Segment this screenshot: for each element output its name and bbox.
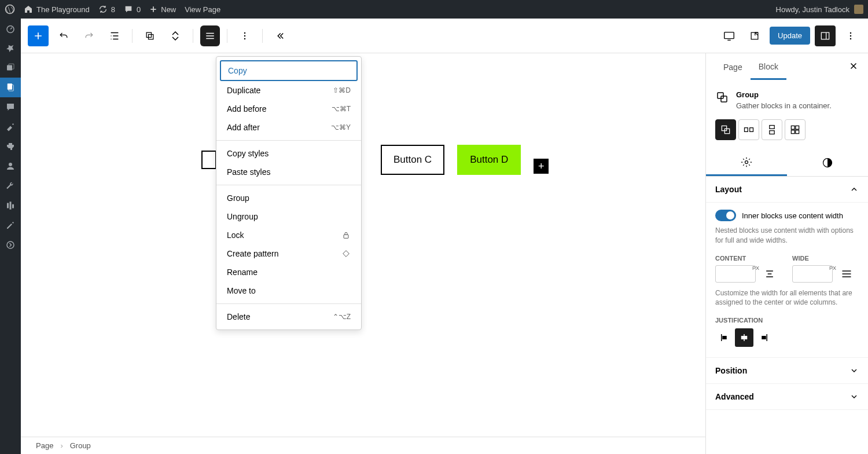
- add-block-button[interactable]: [28, 25, 49, 46]
- wide-align-icon[interactable]: [841, 268, 852, 280]
- svg-rect-38: [742, 336, 747, 339]
- menu-copy[interactable]: Copy: [220, 60, 358, 81]
- users-icon[interactable]: [0, 156, 21, 176]
- content-align-icon[interactable]: [764, 268, 775, 280]
- menu-add-before[interactable]: Add before⌥⌘T: [220, 100, 358, 118]
- undo-button[interactable]: [53, 25, 74, 46]
- more-options-button[interactable]: [840, 25, 861, 46]
- menu-lock[interactable]: Lock: [220, 226, 358, 244]
- howdy-text: Howdy, Justin Tadlock: [776, 5, 849, 14]
- comments-icon[interactable]: [0, 97, 21, 117]
- tab-block[interactable]: Block: [751, 55, 786, 80]
- plugins-icon[interactable]: [0, 137, 21, 156]
- updates-link[interactable]: 8: [98, 5, 115, 14]
- admin-sidebar: [0, 19, 21, 454]
- svg-point-6: [9, 163, 12, 166]
- menu-copy-styles[interactable]: Copy styles: [220, 144, 358, 163]
- sidebar-toggle-button[interactable]: [815, 25, 836, 46]
- svg-rect-26: [724, 129, 729, 133]
- wp-logo[interactable]: [5, 4, 15, 14]
- justify-right[interactable]: [755, 328, 773, 347]
- close-sidebar-button[interactable]: [848, 61, 859, 74]
- menu-group[interactable]: Group: [220, 189, 358, 207]
- tools-icon[interactable]: [0, 176, 21, 196]
- menu-create-pattern[interactable]: Create pattern: [220, 244, 358, 263]
- svg-rect-11: [146, 32, 151, 37]
- pin-icon[interactable]: [0, 38, 21, 58]
- svg-rect-32: [796, 126, 799, 129]
- breadcrumb: Page › Group: [21, 437, 705, 454]
- move-button[interactable]: [165, 25, 186, 46]
- svg-rect-8: [10, 202, 12, 210]
- position-panel-header[interactable]: Position: [706, 358, 868, 384]
- button-d[interactable]: Button D: [457, 145, 521, 175]
- layout-panel-header[interactable]: Layout: [706, 177, 868, 203]
- site-title: The Playground: [36, 5, 90, 14]
- redo-button[interactable]: [79, 25, 100, 46]
- chevron-right-icon: ›: [60, 441, 62, 450]
- menu-rename[interactable]: Rename: [220, 263, 358, 281]
- button-b-partial[interactable]: [201, 151, 216, 169]
- settings-subtab[interactable]: [706, 149, 787, 176]
- preview-button[interactable]: [744, 25, 765, 46]
- menu-move-to[interactable]: Move to: [220, 281, 358, 300]
- align-button[interactable]: [200, 25, 220, 46]
- svg-rect-31: [791, 126, 795, 129]
- user-menu[interactable]: Howdy, Justin Tadlock: [776, 5, 863, 14]
- block-context-menu: Copy Duplicate⇧⌘D Add before⌥⌘T Add afte…: [216, 56, 362, 330]
- svg-rect-28: [750, 128, 753, 132]
- menu-add-after[interactable]: Add after⌥⌘Y: [220, 118, 358, 137]
- wide-width-input[interactable]: [792, 265, 833, 283]
- new-label: New: [161, 5, 176, 14]
- dashboard-icon[interactable]: [0, 19, 21, 38]
- copy-button[interactable]: [139, 25, 160, 46]
- collapse-toolbar-button[interactable]: [270, 25, 290, 46]
- menu-duplicate[interactable]: Duplicate⇧⌘D: [220, 81, 358, 100]
- svg-point-13: [244, 32, 246, 34]
- content-width-toggle[interactable]: [715, 210, 736, 221]
- breadcrumb-page[interactable]: Page: [36, 441, 53, 450]
- variant-grid[interactable]: [785, 119, 806, 140]
- breadcrumb-group[interactable]: Group: [70, 441, 91, 450]
- svg-rect-25: [722, 126, 726, 130]
- editor-canvas[interactable]: Button C Button D +: [21, 53, 705, 437]
- button-c[interactable]: Button C: [381, 145, 444, 175]
- lock-icon: [341, 230, 351, 240]
- options-button[interactable]: [234, 25, 255, 46]
- device-preview-button[interactable]: [719, 25, 740, 46]
- variant-group[interactable]: [715, 119, 736, 140]
- advanced-panel-header[interactable]: Advanced: [706, 384, 868, 410]
- svg-rect-24: [721, 96, 727, 102]
- inline-add-button[interactable]: +: [534, 159, 549, 174]
- menu-ungroup[interactable]: Ungroup: [220, 207, 358, 226]
- styles-subtab[interactable]: [787, 149, 868, 176]
- toggle-label: Inner blocks use content width: [742, 211, 843, 220]
- list-view-button[interactable]: [104, 25, 125, 46]
- block-description: Gather blocks in a container.: [736, 101, 832, 110]
- view-page-label: View Page: [185, 5, 220, 14]
- svg-point-35: [745, 160, 748, 163]
- pages-icon[interactable]: [0, 78, 21, 97]
- appearance-icon[interactable]: [0, 117, 21, 137]
- svg-point-20: [850, 35, 852, 36]
- variant-row[interactable]: [738, 119, 759, 140]
- media-icon[interactable]: [0, 58, 21, 78]
- comments-link[interactable]: 0: [124, 5, 141, 14]
- svg-rect-12: [149, 34, 153, 39]
- justify-center[interactable]: [735, 328, 753, 347]
- edit-icon[interactable]: [0, 215, 21, 235]
- new-link[interactable]: New: [149, 5, 176, 14]
- update-button[interactable]: Update: [770, 27, 810, 45]
- collapse-icon[interactable]: [0, 235, 21, 255]
- settings-icon[interactable]: [0, 196, 21, 215]
- view-page-link[interactable]: View Page: [185, 5, 220, 14]
- variant-stack[interactable]: [762, 119, 782, 140]
- justify-left[interactable]: [715, 328, 734, 347]
- content-width-input[interactable]: [715, 265, 756, 283]
- menu-delete[interactable]: Delete⌃⌥Z: [220, 307, 358, 326]
- tab-page[interactable]: Page: [715, 56, 751, 79]
- group-icon: [715, 90, 729, 104]
- site-link[interactable]: The Playground: [24, 5, 90, 14]
- menu-paste-styles[interactable]: Paste styles: [220, 163, 358, 181]
- width-help: Customize the width for all elements tha…: [715, 288, 859, 308]
